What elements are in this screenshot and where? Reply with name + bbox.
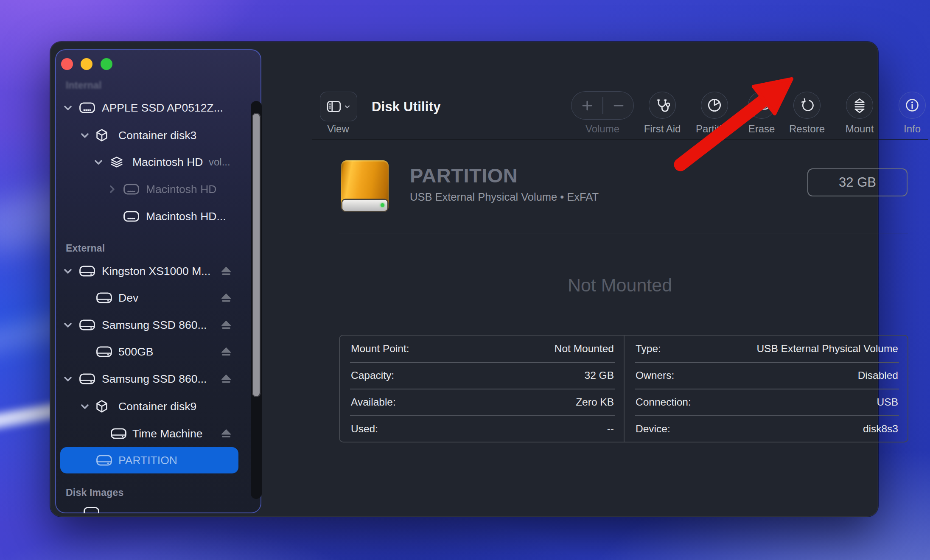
sidebar-item-kingston[interactable]: Kingston XS1000 M... xyxy=(60,258,238,285)
detail-mount-point: Mount Point: Not Mounted xyxy=(351,336,614,362)
sidebar-scrollbar-thumb[interactable] xyxy=(252,113,261,397)
chevron-down-icon[interactable] xyxy=(80,130,90,140)
volume-label: Volume xyxy=(569,123,636,135)
view-button-label: View xyxy=(304,123,372,135)
detail-value: Zero KB xyxy=(576,396,614,408)
remove-volume-button[interactable] xyxy=(603,92,634,119)
pie-chart-icon xyxy=(707,98,722,112)
minus-icon xyxy=(612,99,625,112)
view-button[interactable] xyxy=(320,92,357,121)
volume-button-group xyxy=(571,91,634,120)
detail-device: Device: disk8s3 xyxy=(636,416,898,442)
sidebar-item-apple-ssd[interactable]: APPLE SSD AP0512Z... xyxy=(60,94,238,121)
detail-owners: Owners: Disabled xyxy=(636,362,898,389)
external-drive-icon xyxy=(96,345,112,358)
eject-button[interactable] xyxy=(221,347,232,356)
chevron-down-icon[interactable] xyxy=(63,320,73,330)
sidebar-item-dev[interactable]: Dev xyxy=(60,284,238,311)
chevron-down-icon[interactable] xyxy=(93,157,104,167)
sidebar-item-macintosh-hd-snapshot[interactable]: Macintosh HD... xyxy=(60,203,238,230)
chevron-down-icon[interactable] xyxy=(63,374,73,384)
sidebar-item-samsung-2[interactable]: Samsung SSD 860... xyxy=(60,365,238,392)
sidebar-item-label: PARTITION xyxy=(118,454,177,467)
first-aid-button[interactable] xyxy=(649,92,676,119)
sidebar-item-label: Dev xyxy=(118,291,138,305)
partition-button[interactable] xyxy=(701,92,728,119)
sidebar-item-time-machine[interactable]: Time Machine xyxy=(60,420,238,447)
sidebar-item-samsung-1[interactable]: Samsung SSD 860... xyxy=(60,311,238,339)
detail-label: Device: xyxy=(636,423,670,435)
detail-value: -- xyxy=(607,423,614,435)
plus-icon xyxy=(581,99,594,112)
section-header-external: External xyxy=(66,243,105,254)
eject-button[interactable] xyxy=(221,320,232,330)
eject-button[interactable] xyxy=(221,293,232,302)
container-icon xyxy=(96,400,108,413)
detail-label: Capacity: xyxy=(351,370,394,381)
sidebar-item-500gb[interactable]: 500GB xyxy=(60,338,238,365)
external-drive-icon xyxy=(79,319,95,332)
external-drive-icon xyxy=(110,427,127,440)
sidebar-item-label: Samsung SSD 860... xyxy=(102,372,207,386)
external-drive-icon xyxy=(79,372,95,386)
close-button[interactable] xyxy=(61,58,73,70)
chevron-down-icon[interactable] xyxy=(63,103,73,113)
detail-value: USB External Physical Volume xyxy=(756,343,898,355)
add-volume-button[interactable] xyxy=(571,92,602,119)
internal-drive-icon xyxy=(123,183,140,196)
detail-value: disk8s3 xyxy=(863,423,898,435)
mount-icon xyxy=(853,98,866,113)
external-drive-icon xyxy=(96,291,112,305)
chevron-down-icon xyxy=(344,104,350,110)
drive-led xyxy=(381,203,384,207)
size-badge: 32 GB xyxy=(807,168,908,196)
stethoscope-icon xyxy=(655,98,670,113)
restore-button[interactable] xyxy=(793,92,821,119)
app-title: Disk Utility xyxy=(372,99,441,115)
sidebar-item-partition-selected[interactable]: PARTITION xyxy=(60,447,238,473)
detail-label: Used: xyxy=(351,423,378,435)
container-icon xyxy=(96,129,108,142)
erase-disk-icon xyxy=(754,98,770,112)
erase-button[interactable] xyxy=(748,92,775,119)
detail-value: USB xyxy=(877,396,898,408)
internal-drive-icon xyxy=(79,101,95,115)
sidebar-item-label: Macintosh HD... xyxy=(146,210,226,223)
content-divider xyxy=(339,233,908,233)
chevron-right-icon[interactable] xyxy=(107,184,117,194)
partial-disk-image-item[interactable] xyxy=(83,506,100,513)
info-label: Info xyxy=(878,123,930,135)
sidebar-item-macintosh-hd-group[interactable]: Macintosh HD vol... xyxy=(60,148,238,176)
eject-button[interactable] xyxy=(221,429,232,438)
chevron-down-icon[interactable] xyxy=(63,266,73,276)
panel-vertical-divider xyxy=(624,336,625,442)
volume-subtitle: USB External Physical Volume • ExFAT xyxy=(410,191,599,203)
sidebar-toggle-icon xyxy=(327,101,341,112)
details-panel: Mount Point: Not Mounted Capacity: 32 GB… xyxy=(339,335,908,442)
volume-title: PARTITION xyxy=(410,164,518,187)
mount-button[interactable] xyxy=(846,92,873,119)
sidebar-item-macintosh-hd-dimmed[interactable]: Macintosh HD xyxy=(60,176,238,203)
minimize-button[interactable] xyxy=(81,58,92,70)
info-button[interactable] xyxy=(899,92,926,119)
sidebar-item-container-disk9[interactable]: Container disk9 xyxy=(60,393,238,420)
sidebar-item-label: APPLE SSD AP0512Z... xyxy=(102,101,223,115)
sidebar-item-label: Macintosh HD xyxy=(132,156,203,169)
eject-button[interactable] xyxy=(221,266,232,276)
sidebar-item-container-disk3[interactable]: Container disk3 xyxy=(60,122,238,149)
info-icon xyxy=(905,98,919,112)
sidebar-item-label: 500GB xyxy=(118,345,154,358)
external-drive-image xyxy=(341,160,389,212)
chevron-down-icon[interactable] xyxy=(80,401,90,412)
detail-capacity: Capacity: 32 GB xyxy=(351,362,614,389)
size-badge-text: 32 GB xyxy=(839,175,876,190)
mount-status-text: Not Mounted xyxy=(311,275,928,296)
detail-type: Type: USB External Physical Volume xyxy=(636,336,898,362)
detail-available: Available: Zero KB xyxy=(351,389,614,415)
sidebar-item-label: Samsung SSD 860... xyxy=(102,319,207,332)
toolbar-divider xyxy=(312,139,928,140)
eject-button[interactable] xyxy=(221,374,232,384)
section-header-disk-images: Disk Images xyxy=(66,487,123,498)
zoom-button[interactable] xyxy=(101,58,112,70)
sidebar-item-label: Container disk3 xyxy=(118,129,196,142)
